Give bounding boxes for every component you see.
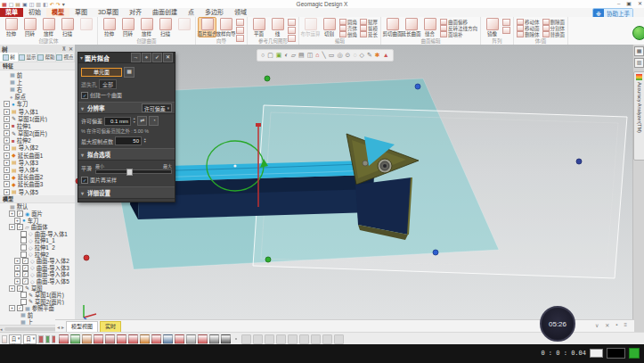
max-control-points-input[interactable]: 50	[115, 136, 142, 145]
tree-item-原点[interactable]: ⌖原点	[0, 94, 75, 101]
tree-item-面片[interactable]: +✓◉面片	[0, 210, 75, 218]
expand-icon[interactable]: +	[4, 160, 10, 166]
panel-tab-树[interactable]: 树	[0, 53, 19, 62]
body-display-icon[interactable]: ▲	[383, 51, 389, 60]
tab-scroll-left-icon[interactable]: ◂	[57, 324, 60, 330]
tree-item-曲面-导入体1[interactable]: ◇曲面-导入体1	[0, 231, 75, 238]
ribbon-tab-曲面创建[interactable]: 曲面创建	[147, 8, 183, 17]
view-tool-icon-11[interactable]	[175, 334, 184, 344]
ribbon-button-延长曲面[interactable]: 延长曲面	[403, 18, 420, 37]
ribbon-tab-对齐[interactable]: 对齐	[124, 8, 147, 17]
small-tool-icon[interactable]	[502, 27, 510, 34]
visibility-checkbox[interactable]	[20, 237, 27, 243]
tree-item-曲面-导入体2[interactable]: +✓◇曲面-导入体2	[0, 258, 75, 265]
visibility-checkbox[interactable]	[20, 299, 27, 305]
overlay-close-icon[interactable]: ✕	[605, 322, 609, 328]
expand-icon[interactable]: +	[4, 123, 10, 129]
pin-icon[interactable]: ⊼	[62, 45, 66, 52]
expand-icon[interactable]: +	[4, 189, 10, 195]
tree-item-导入体2[interactable]: +▤导入体2	[0, 144, 75, 152]
tree-item-拉伸1_1[interactable]: ◇拉伸1_1	[0, 237, 75, 244]
tree-item-导入体5[interactable]: +▤导入体5	[0, 188, 75, 195]
tree-item-拉伸2[interactable]: ◇拉伸2	[0, 251, 75, 258]
swap-units-icon[interactable]: ⇄	[137, 116, 147, 126]
polygon-tool-icon[interactable]: ◇	[360, 51, 364, 60]
help-button[interactable]	[632, 26, 644, 40]
tree-item-延长曲面1[interactable]: +◆延长曲面1	[0, 152, 75, 159]
panel-tab-显示[interactable]: 显示	[19, 53, 37, 62]
arc-tool-icon[interactable]: ⊙	[346, 51, 351, 60]
tree-item-草图[interactable]: +✓✎草图	[0, 285, 75, 292]
panel-tool-icon-1[interactable]	[38, 335, 44, 343]
visibility-checkbox[interactable]: ✓	[22, 258, 29, 264]
ribbon-button-面片拟合[interactable]: 面片拟合	[199, 18, 216, 37]
ribbon-button-剪切曲面[interactable]: 剪切曲面	[384, 18, 401, 37]
view-tool-icon-10[interactable]	[163, 334, 173, 344]
visibility-checkbox[interactable]: ✓	[22, 265, 29, 271]
view-tool-icon-3[interactable]	[82, 334, 92, 344]
qr-panel-button[interactable]: ▦	[634, 46, 644, 56]
ribbon-tab-点[interactable]: 点	[183, 8, 200, 17]
small-tool-icon[interactable]	[502, 19, 510, 26]
circle-tool-icon[interactable]: ◎	[337, 51, 342, 60]
unit-face-select-button[interactable]: 单元面	[81, 68, 122, 77]
visibility-checkbox[interactable]: ✓	[22, 278, 29, 285]
expand-icon[interactable]: +	[4, 130, 10, 136]
expand-icon[interactable]: +	[4, 167, 10, 173]
advanced-section-header[interactable]: ▾ 详细设置	[78, 186, 175, 199]
tree-item-拉伸2[interactable]: +■拉伸2	[0, 137, 75, 144]
tree-item-右[interactable]: ▦右	[0, 86, 75, 93]
small-tool-icon[interactable]	[236, 27, 244, 34]
small-tool-icon[interactable]	[288, 19, 296, 26]
expand-icon[interactable]: +	[14, 278, 20, 285]
visibility-checkbox[interactable]	[20, 231, 27, 237]
ribbon-button-拉伸[interactable]: 拉伸	[3, 18, 20, 37]
orbit-icon[interactable]: ○	[261, 51, 265, 60]
view-tool-icon-9[interactable]	[151, 334, 161, 344]
tree-item-车刀[interactable]: +●车刀	[0, 101, 75, 108]
ribbon-tab-草图[interactable]: 草图	[69, 8, 93, 17]
ribbon-tab-多边形[interactable]: 多边形	[200, 8, 229, 17]
filter-combo-2[interactable]: 自动▾	[23, 334, 37, 344]
tree-item-导入体3[interactable]: +▤导入体3	[0, 159, 75, 166]
panel-tool-icon-2[interactable]	[45, 335, 51, 343]
shaded-view-icon[interactable]: ▣	[276, 51, 282, 60]
ribbon-tab-3D草图[interactable]: 3D草图	[93, 8, 124, 17]
view-tool-icon-4[interactable]	[94, 334, 103, 344]
visibility-checkbox[interactable]: ✓	[17, 210, 23, 217]
ribbon-tab-领域[interactable]: 领域	[229, 8, 252, 17]
ribbon-button-镜像[interactable]: 镜像	[484, 18, 501, 37]
ribbon-button-回转[interactable]: 回转	[119, 18, 136, 37]
panel-tab-视点[interactable]: 视点	[56, 53, 75, 62]
tree-item-参照平面[interactable]: +✓▦参照平面	[0, 305, 75, 312]
ribbon-button-线[interactable]: 线	[269, 18, 286, 37]
close-button[interactable]: ✕	[638, 0, 642, 8]
overlay-help-icon[interactable]: ∨	[595, 322, 599, 328]
overlay-dot-icon[interactable]: ▪	[615, 322, 617, 328]
ribbon-tab-菜单[interactable]: 菜单	[0, 8, 23, 17]
smoothness-slider[interactable]: 最小 最大	[95, 162, 172, 174]
view-tool-icon-5[interactable]	[105, 334, 115, 344]
plane-handle-red-bottom-left[interactable]	[84, 255, 89, 260]
viewport-split-icon[interactable]: ◫	[307, 51, 314, 60]
expand-icon[interactable]: +	[4, 153, 10, 159]
view-tool-icon-15[interactable]	[221, 334, 231, 344]
plane-handle-green-top[interactable]	[265, 76, 270, 81]
sketch-rect-icon[interactable]: ▭	[329, 51, 335, 60]
tree-item-曲面-导入体5[interactable]: +✓◇曲面-导入体5	[0, 278, 75, 285]
tree-item-前[interactable]: ▦前	[0, 71, 75, 78]
tree-item-草图2(面片)[interactable]: +✎草图2(面片)	[0, 130, 75, 137]
view-cube-icon[interactable]: ▢	[267, 51, 273, 60]
region-display-icon[interactable]: ✱	[375, 51, 380, 60]
expand-icon[interactable]: +	[4, 116, 10, 122]
expand-icon[interactable]: +	[9, 224, 15, 230]
missing-holes-value[interactable]: 全部	[99, 79, 117, 89]
ribbon-tab-模型[interactable]: 模型	[46, 8, 69, 17]
tree-item-曲面体[interactable]: +✓▱曲面体	[0, 224, 75, 231]
ribbon-small-面填补[interactable]: 面填补	[440, 31, 477, 37]
small-tool-icon[interactable]	[288, 27, 296, 34]
view-tool-icon-6[interactable]	[117, 334, 126, 344]
tree-item-草图2(面片)[interactable]: ✎草图2(面片)	[0, 299, 75, 306]
tree-item-拉伸1_2[interactable]: ◇拉伸1_2	[0, 244, 75, 252]
visibility-checkbox[interactable]: ✓	[22, 271, 29, 277]
